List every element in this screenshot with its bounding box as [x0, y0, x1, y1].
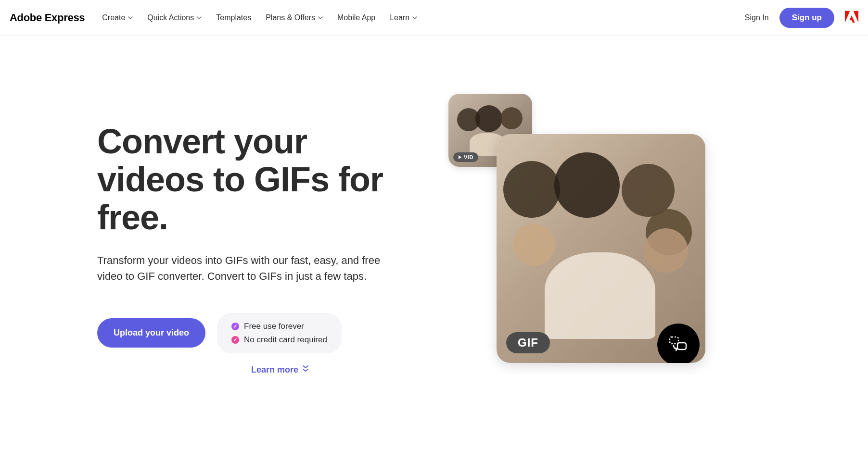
vid-badge: VID: [453, 152, 478, 162]
hero-title: Convert your videos to GIFs for free.: [97, 123, 420, 237]
hero-subtitle: Transform your videos into GIFs with our…: [97, 252, 405, 284]
sign-in-link[interactable]: Sign In: [745, 13, 769, 22]
benefits-box: ✓ Free use forever ✓ No credit card requ…: [217, 313, 342, 353]
nav-label: Mobile App: [337, 13, 375, 22]
learn-more-label: Learn more: [251, 365, 298, 375]
cta-row: Upload your video ✓ Free use forever ✓ N…: [97, 313, 420, 353]
nav-learn[interactable]: Learn: [390, 13, 417, 22]
convert-icon: [668, 335, 689, 354]
nav-mobile-app[interactable]: Mobile App: [337, 13, 375, 22]
learn-more-link[interactable]: Learn more: [251, 365, 420, 375]
convert-action-circle[interactable]: [657, 324, 700, 363]
gif-badge: GIF: [506, 332, 550, 353]
benefit-text: Free use forever: [244, 322, 304, 331]
sign-up-button[interactable]: Sign up: [779, 8, 834, 28]
benefit-item: ✓ No credit card required: [231, 335, 327, 345]
nav-label: Templates: [216, 13, 251, 22]
chevron-down-icon: [412, 16, 417, 19]
gif-thumbnail-large: GIF: [497, 134, 705, 363]
check-icon: ✓: [231, 323, 239, 330]
nav-items: Create Quick Actions Templates Plans & O…: [102, 13, 728, 22]
nav-plans-offers[interactable]: Plans & Offers: [266, 13, 323, 22]
nav-right: Sign In Sign up: [745, 8, 858, 28]
upload-video-button[interactable]: Upload your video: [97, 318, 205, 348]
svg-rect-1: [677, 343, 686, 349]
vid-badge-text: VID: [464, 154, 473, 160]
nav-label: Create: [102, 13, 125, 22]
double-chevron-down-icon: [302, 365, 309, 375]
benefit-text: No credit card required: [244, 335, 327, 345]
nav-label: Learn: [390, 13, 409, 22]
hero-left: Convert your videos to GIFs for free. Tr…: [97, 94, 420, 375]
play-icon: [458, 154, 462, 160]
nav-label: Plans & Offers: [266, 13, 315, 22]
hero-section: Convert your videos to GIFs for free. Tr…: [68, 36, 800, 375]
nav-create[interactable]: Create: [102, 13, 133, 22]
brand-logo[interactable]: Adobe Express: [10, 12, 85, 24]
nav-templates[interactable]: Templates: [216, 13, 251, 22]
chevron-down-icon: [318, 16, 323, 19]
gif-badge-text: GIF: [518, 336, 538, 349]
chevron-down-icon: [197, 16, 202, 19]
top-navbar: Adobe Express Create Quick Actions Templ…: [0, 0, 868, 36]
hero-illustration: VID GIF: [448, 94, 771, 375]
nav-label: Quick Actions: [147, 13, 194, 22]
svg-rect-0: [670, 337, 678, 344]
adobe-logo-icon[interactable]: [845, 11, 858, 25]
nav-quick-actions[interactable]: Quick Actions: [147, 13, 202, 22]
check-icon: ✓: [231, 336, 239, 344]
benefit-item: ✓ Free use forever: [231, 322, 327, 331]
chevron-down-icon: [128, 16, 133, 19]
